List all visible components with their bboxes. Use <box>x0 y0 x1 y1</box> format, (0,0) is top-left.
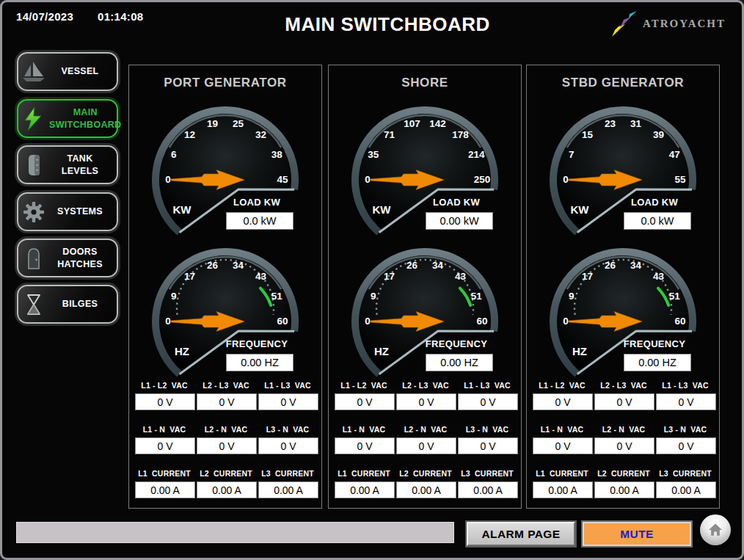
measurement-label: L2 - L3 VAC <box>593 381 654 390</box>
mute-button[interactable]: MUTE <box>583 522 691 546</box>
brand-logo: ATROYACHT <box>610 9 726 38</box>
sidebar-item-systems[interactable]: SYSTEMS <box>17 192 118 231</box>
sidebar-item-bilges[interactable]: BILGES <box>17 285 118 324</box>
gauge-tick-label: 47 <box>669 149 680 160</box>
gauge-tick-label: 0 <box>365 174 371 185</box>
gauge-tick-label: 23 <box>605 118 616 129</box>
frequency-label: FREQUENCY <box>611 338 698 349</box>
gauge-tick-label: 60 <box>674 316 685 327</box>
measurement-label: L3 - N VAC <box>456 425 518 434</box>
gauge-tick-label: 0 <box>365 316 371 327</box>
frequency-readout: 0.00 HZ <box>624 354 691 371</box>
generator-panel: PORT GENERATOR 0 6 12 19 25 32 38 45 KW … <box>128 65 322 509</box>
measurement-value: 0.00 A <box>533 481 593 498</box>
header-time: 01:14:08 <box>98 10 143 23</box>
measurement-value: 0 V <box>197 393 257 410</box>
measurement-label: L2 - L3 VAC <box>195 381 257 390</box>
measurement-value: 0 V <box>396 393 456 410</box>
sailboat-icon <box>18 59 49 84</box>
measurement-value: 0 V <box>533 393 593 410</box>
measurement-value: 0 V <box>335 393 395 410</box>
brand-arrows-icon <box>610 9 639 38</box>
gauge-tick-label: 51 <box>271 291 283 302</box>
gauge-tick-label: 60 <box>277 316 288 327</box>
measurement-value: 0.00 A <box>258 481 318 498</box>
alarm-message-bar <box>16 522 454 543</box>
gauge-tick-label: 178 <box>452 129 469 140</box>
measurement-value: 0 V <box>656 437 716 454</box>
gauge-tick-label: 17 <box>582 271 593 282</box>
frequency-gauge: 0 9 17 26 34 43 51 60 HZ FREQUENCY 0.00 … <box>535 232 711 379</box>
measurement-label: L1 - L2 VAC <box>531 381 593 390</box>
gauge-tick-label: 34 <box>432 260 444 271</box>
measurement-value: 0 V <box>135 393 195 410</box>
door-icon <box>18 246 49 271</box>
panel-title: STBD GENERATOR <box>527 76 719 90</box>
measurement-label: L2 - N VAC <box>195 425 257 434</box>
load-kw-label: LOAD KW <box>214 197 300 208</box>
measurement-label: L2 CURRENT <box>195 469 257 478</box>
gauge-tick-label: 31 <box>630 118 642 129</box>
measurement-label: L1 - L3 VAC <box>456 381 518 390</box>
sidebar-item-main-switchboard[interactable]: MAIN SWITCHBOARD <box>17 99 118 138</box>
measurement-value: 0.00 A <box>135 481 195 498</box>
gauge-tick-label: 25 <box>233 118 244 129</box>
sidebar-item-label: BILGES <box>49 298 117 310</box>
load-kw-readout: 0.0 kW <box>624 212 691 230</box>
gauge-tick-label: 214 <box>468 149 485 160</box>
header-date: 14/07/2023 <box>16 10 73 23</box>
gauge-tick-label: 9 <box>171 291 177 302</box>
measurement-label: L1 - L2 VAC <box>134 381 195 390</box>
gauge-tick-label: 43 <box>653 271 665 282</box>
gauge-tick-label: 26 <box>406 260 418 271</box>
gauge-tick-label: 0 <box>165 174 171 185</box>
sidebar-item-vessel[interactable]: VESSEL <box>17 52 118 91</box>
gauge-tick-label: 71 <box>384 129 395 140</box>
gauge-tick-label: 45 <box>277 174 288 185</box>
gauge-tick-label: 19 <box>207 118 218 129</box>
gauge-unit-label: HZ <box>572 345 587 357</box>
gauge-tick-label: 55 <box>674 174 686 185</box>
measurement-label: L3 CURRENT <box>654 469 716 478</box>
gauge-tick-label: 51 <box>471 291 483 302</box>
measurement-value: 0.00 A <box>656 481 716 498</box>
measurement-label: L3 - N VAC <box>654 425 716 434</box>
measurement-label: L2 CURRENT <box>395 469 456 478</box>
frequency-label: FREQUENCY <box>214 338 300 349</box>
gauge-tick-label: 60 <box>476 316 487 327</box>
measurement-value: 0.00 A <box>335 481 395 498</box>
gauge-tick-label: 17 <box>184 271 195 282</box>
measurement-value: 0 V <box>656 393 716 410</box>
measurement-label: L1 - L2 VAC <box>333 381 395 390</box>
generator-panel: STBD GENERATOR 0 7 15 23 31 39 47 55 KW … <box>526 65 720 509</box>
sidebar-item-tank-levels[interactable]: TANK LEVELS <box>17 145 118 184</box>
brand-name: ATROYACHT <box>643 18 726 30</box>
alarm-page-button[interactable]: ALARM PAGE <box>467 522 575 546</box>
frequency-gauge: 0 9 17 26 34 43 51 60 HZ FREQUENCY 0.00 … <box>137 232 313 379</box>
gauge-tick-label: 9 <box>371 291 376 302</box>
gauge-tick-label: 34 <box>233 260 244 271</box>
gauge-tick-label: 17 <box>384 271 395 282</box>
generator-panel: SHORE 0 35 71 107 142 178 214 250 KW LOA… <box>328 65 522 509</box>
measurement-label: L1 - N VAC <box>134 425 195 434</box>
gauge-tick-label: 38 <box>271 149 283 160</box>
measurement-value: 0 V <box>594 393 654 410</box>
gauge-tick-label: 43 <box>455 271 467 282</box>
measurement-value: 0 V <box>335 437 395 454</box>
sidebar-item-label: MAIN SWITCHBOARD <box>49 106 127 131</box>
frequency-gauge: 0 9 17 26 34 43 51 60 HZ FREQUENCY 0.00 … <box>337 232 513 379</box>
home-button[interactable] <box>700 514 731 545</box>
sidebar-item-doors-hatches[interactable]: DOORS HATCHES <box>17 239 118 277</box>
measurement-label: L2 - N VAC <box>395 425 456 434</box>
measurement-label: L2 - L3 VAC <box>395 381 456 390</box>
gauge-tick-label: 0 <box>165 316 171 327</box>
hourglass-icon <box>18 292 49 317</box>
measurement-value: 0 V <box>458 393 518 410</box>
measurement-label: L1 - N VAC <box>333 425 395 434</box>
gauge-tick-label: 250 <box>474 174 491 185</box>
gauge-tick-label: 15 <box>582 129 594 140</box>
sidebar-item-label: VESSEL <box>49 65 117 77</box>
measurement-value: 0 V <box>197 437 257 454</box>
gauge-tick-label: 0 <box>563 174 569 185</box>
measurement-value: 0 V <box>533 437 593 454</box>
